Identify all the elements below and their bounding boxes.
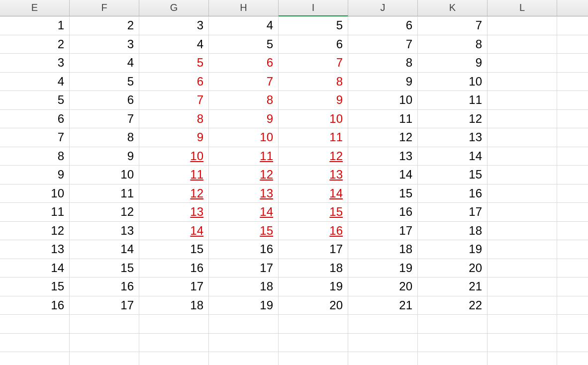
cell[interactable]: 9: [139, 128, 209, 147]
cell[interactable]: 11: [418, 91, 488, 110]
col-header-J[interactable]: J: [348, 0, 418, 16]
cell[interactable]: [557, 16, 588, 35]
cell[interactable]: 7: [418, 16, 488, 35]
cell[interactable]: 12: [209, 166, 279, 184]
cell[interactable]: 14: [418, 147, 488, 166]
cell[interactable]: [209, 334, 279, 353]
cell[interactable]: 12: [139, 184, 209, 203]
cell[interactable]: 9: [0, 166, 70, 184]
cell[interactable]: [488, 296, 557, 315]
cell[interactable]: 10: [70, 166, 139, 184]
cell[interactable]: 13: [279, 166, 348, 184]
cell[interactable]: 6: [209, 54, 279, 73]
cell[interactable]: [70, 334, 139, 353]
cell[interactable]: 19: [348, 259, 418, 278]
cell[interactable]: 14: [348, 166, 418, 184]
cell[interactable]: [488, 222, 557, 241]
cell[interactable]: 7: [0, 128, 70, 147]
col-header-partial[interactable]: [557, 0, 588, 16]
cell[interactable]: 8: [70, 128, 139, 147]
cell[interactable]: 3: [70, 35, 139, 54]
cell[interactable]: [139, 352, 209, 365]
cell[interactable]: 21: [418, 277, 488, 296]
cell[interactable]: 6: [139, 73, 209, 91]
cell[interactable]: [70, 352, 139, 365]
cell[interactable]: 16: [279, 222, 348, 241]
cell[interactable]: 11: [0, 203, 70, 222]
cell[interactable]: 18: [209, 277, 279, 296]
cell[interactable]: 12: [418, 110, 488, 129]
cell[interactable]: [488, 91, 557, 110]
cell[interactable]: [557, 91, 588, 110]
col-header-L[interactable]: L: [488, 0, 557, 16]
cell[interactable]: 11: [70, 184, 139, 203]
cell[interactable]: [139, 334, 209, 353]
cell[interactable]: 12: [70, 203, 139, 222]
cell[interactable]: 8: [418, 35, 488, 54]
cell[interactable]: 6: [279, 35, 348, 54]
cell[interactable]: [418, 334, 488, 353]
cell[interactable]: [488, 73, 557, 91]
cell[interactable]: 5: [0, 91, 70, 110]
col-header-G[interactable]: G: [139, 0, 209, 16]
cell[interactable]: [0, 315, 70, 334]
cell[interactable]: 10: [0, 184, 70, 203]
cell[interactable]: [139, 315, 209, 334]
cell[interactable]: 9: [418, 54, 488, 73]
cell[interactable]: [557, 296, 588, 315]
cell[interactable]: 12: [348, 128, 418, 147]
cell[interactable]: 13: [0, 240, 70, 259]
cell[interactable]: [348, 315, 418, 334]
cell[interactable]: 6: [70, 91, 139, 110]
cell[interactable]: 17: [209, 259, 279, 278]
cell[interactable]: 13: [70, 222, 139, 241]
cell[interactable]: 16: [418, 184, 488, 203]
cell[interactable]: 13: [139, 203, 209, 222]
cell[interactable]: 5: [279, 16, 348, 35]
cell[interactable]: 10: [209, 128, 279, 147]
cell[interactable]: 16: [209, 240, 279, 259]
cell[interactable]: [557, 203, 588, 222]
cell[interactable]: 15: [70, 259, 139, 278]
cell[interactable]: 20: [348, 277, 418, 296]
col-header-F[interactable]: F: [70, 0, 139, 16]
cell[interactable]: [348, 352, 418, 365]
cell[interactable]: 1: [0, 16, 70, 35]
cell[interactable]: 10: [139, 147, 209, 166]
cell[interactable]: [209, 352, 279, 365]
cell[interactable]: [557, 240, 588, 259]
cell[interactable]: 5: [209, 35, 279, 54]
cell[interactable]: 21: [348, 296, 418, 315]
cell[interactable]: 6: [348, 16, 418, 35]
cell[interactable]: [488, 203, 557, 222]
cell[interactable]: [279, 352, 348, 365]
cell[interactable]: 14: [139, 222, 209, 241]
cell[interactable]: 10: [348, 91, 418, 110]
cell[interactable]: [488, 240, 557, 259]
cell[interactable]: [488, 352, 557, 365]
cell[interactable]: 2: [70, 16, 139, 35]
cell[interactable]: [557, 110, 588, 129]
cell[interactable]: [488, 166, 557, 184]
cell[interactable]: [279, 315, 348, 334]
cell[interactable]: 16: [139, 259, 209, 278]
cell[interactable]: [488, 184, 557, 203]
cell[interactable]: 11: [348, 110, 418, 129]
cell[interactable]: 18: [418, 222, 488, 241]
cell[interactable]: [418, 315, 488, 334]
cell[interactable]: 19: [209, 296, 279, 315]
cell[interactable]: 16: [0, 296, 70, 315]
cell[interactable]: 9: [279, 91, 348, 110]
cell[interactable]: [488, 35, 557, 54]
cell[interactable]: 12: [279, 147, 348, 166]
cell[interactable]: [488, 110, 557, 129]
cell[interactable]: 14: [0, 259, 70, 278]
cell[interactable]: 8: [279, 73, 348, 91]
cell[interactable]: [557, 128, 588, 147]
cell[interactable]: [557, 352, 588, 365]
cell[interactable]: 9: [70, 147, 139, 166]
cell[interactable]: 10: [418, 73, 488, 91]
cell[interactable]: 12: [0, 222, 70, 241]
cell[interactable]: [488, 315, 557, 334]
cell[interactable]: 3: [139, 16, 209, 35]
